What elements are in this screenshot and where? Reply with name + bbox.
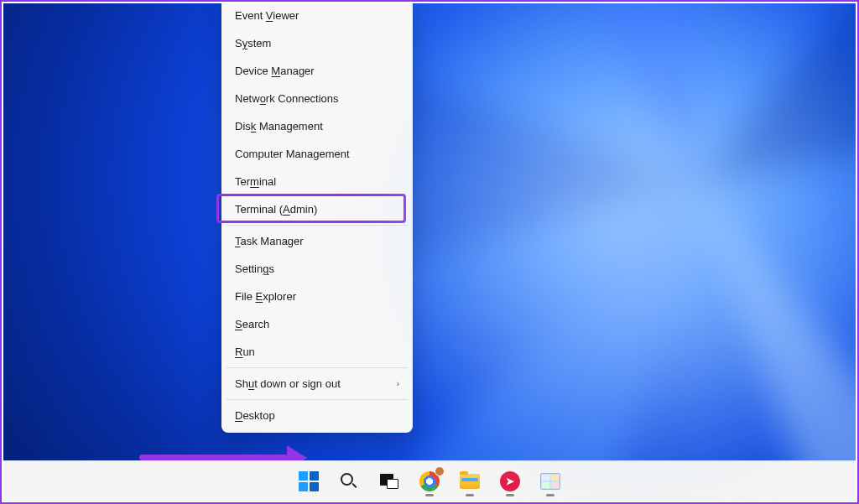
menu-item-terminal[interactable]: Terminal xyxy=(223,168,411,195)
winx-power-user-menu[interactable]: Event ViewerSystemDevice ManagerNetwork … xyxy=(221,3,413,433)
menu-item-label: Desktop xyxy=(235,409,275,422)
menu-item-label: Terminal (Admin) xyxy=(235,203,317,216)
task-view-button[interactable] xyxy=(372,465,406,498)
menu-item-label: Search xyxy=(235,318,269,330)
menu-item-label: Run xyxy=(235,346,255,358)
menu-item-label: Computer Management xyxy=(235,148,350,160)
menu-item-system[interactable]: System xyxy=(223,29,411,57)
menu-item-label: Shut down or sign out xyxy=(235,377,341,390)
menu-item-task-manager[interactable]: Task Manager xyxy=(223,227,411,255)
profile-avatar-icon xyxy=(435,466,445,476)
task-view-icon xyxy=(380,474,398,489)
running-indicator xyxy=(425,494,434,496)
menu-item-search[interactable]: Search xyxy=(223,310,411,338)
taskbar-app-grid[interactable] xyxy=(534,465,567,498)
menu-item-label: Task Manager xyxy=(235,235,304,247)
menu-separator xyxy=(226,399,408,400)
menu-item-computer-management[interactable]: Computer Management xyxy=(223,140,411,168)
menu-item-run[interactable]: Run xyxy=(223,338,411,366)
menu-item-label: Event Viewer xyxy=(235,9,299,22)
menu-item-network-connections[interactable]: Network Connections xyxy=(223,85,411,112)
menu-item-label: Settings xyxy=(235,262,274,275)
menu-item-desktop[interactable]: Desktop xyxy=(223,402,411,429)
menu-item-label: Network Connections xyxy=(235,92,339,105)
menu-item-file-explorer[interactable]: File Explorer xyxy=(223,283,411,310)
menu-separator xyxy=(226,225,408,226)
taskbar-file-explorer[interactable] xyxy=(453,465,487,498)
running-indicator xyxy=(466,494,474,496)
menu-item-device-manager[interactable]: Device Manager xyxy=(223,57,411,85)
menu-item-disk-management[interactable]: Disk Management xyxy=(223,112,411,140)
menu-item-label: Terminal xyxy=(235,175,276,188)
taskbar-app-red[interactable]: ➤ xyxy=(493,465,527,498)
desktop-wallpaper: Event ViewerSystemDevice ManagerNetwork … xyxy=(3,3,856,501)
menu-item-label: Device Manager xyxy=(235,65,315,77)
taskbar-chrome[interactable] xyxy=(413,465,446,498)
menu-item-event-viewer[interactable]: Event Viewer xyxy=(223,3,411,29)
menu-item-label: File Explorer xyxy=(235,290,296,303)
menu-item-settings[interactable]: Settings xyxy=(223,255,411,283)
menu-item-label: System xyxy=(235,37,271,49)
taskbar: ➤ xyxy=(3,460,856,501)
running-indicator xyxy=(546,494,554,496)
menu-item-shutdown[interactable]: Shut down or sign out› xyxy=(223,370,411,397)
file-explorer-icon xyxy=(460,474,480,489)
menu-item-label: Disk Management xyxy=(235,120,323,132)
start-button[interactable] xyxy=(292,465,325,498)
taskbar-search[interactable] xyxy=(332,465,366,498)
red-circle-icon: ➤ xyxy=(500,471,520,491)
running-indicator xyxy=(506,494,514,496)
menu-item-terminal-admin[interactable]: Terminal (Admin) xyxy=(223,195,411,223)
chevron-right-icon: › xyxy=(397,379,399,388)
menu-separator xyxy=(226,367,408,368)
windows-start-icon xyxy=(299,471,319,491)
grid-app-icon xyxy=(540,473,560,490)
search-icon xyxy=(340,472,358,491)
